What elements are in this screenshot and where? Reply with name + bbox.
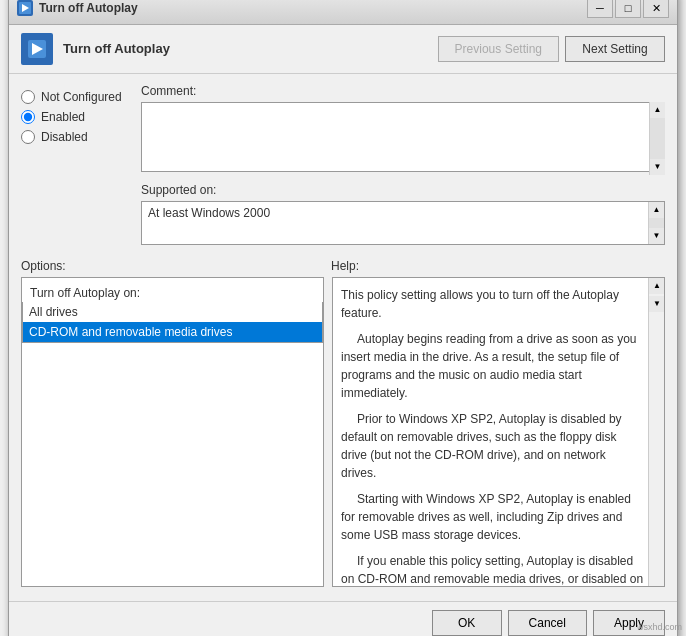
help-para-3: Starting with Windows XP SP2, Autoplay i… bbox=[341, 490, 644, 544]
supported-box: At least Windows 2000 ▲ ▼ bbox=[141, 201, 665, 245]
help-scroll-up[interactable]: ▲ bbox=[649, 278, 665, 294]
radio-enabled[interactable]: Enabled bbox=[21, 110, 141, 124]
title-bar: Turn off Autoplay ─ □ ✕ bbox=[9, 0, 677, 25]
options-inner-label: Turn off Autoplay on: bbox=[30, 286, 315, 300]
radio-not-configured[interactable]: Not Configured bbox=[21, 90, 141, 104]
help-para-1: Autoplay begins reading from a drive as … bbox=[341, 330, 644, 402]
dialog-footer: OK Cancel Apply bbox=[9, 601, 677, 637]
comment-label: Comment: bbox=[141, 84, 665, 98]
dropdown-item-cdrom[interactable]: CD-ROM and removable media drives bbox=[23, 322, 322, 342]
comment-section: Comment: ▲ ▼ bbox=[141, 84, 665, 175]
supported-scrollbar: ▲ ▼ bbox=[648, 202, 664, 244]
options-help-labels: Options: Help: bbox=[21, 259, 665, 273]
minimize-button[interactable]: ─ bbox=[587, 0, 613, 18]
dialog-header: Turn off Autoplay Previous Setting Next … bbox=[9, 25, 677, 74]
radio-disabled[interactable]: Disabled bbox=[21, 130, 141, 144]
help-panel: This policy setting allows you to turn o… bbox=[332, 277, 665, 587]
radio-group: Not Configured Enabled Disabled bbox=[21, 84, 141, 150]
header-buttons: Previous Setting Next Setting bbox=[438, 36, 665, 62]
comment-scrollbar: ▲ ▼ bbox=[649, 102, 665, 175]
comment-scroll-up[interactable]: ▲ bbox=[650, 102, 665, 118]
dialog-header-icon bbox=[21, 33, 53, 65]
radio-not-configured-input[interactable] bbox=[21, 90, 35, 104]
supported-scroll-up[interactable]: ▲ bbox=[649, 202, 664, 218]
supported-text: At least Windows 2000 bbox=[148, 206, 270, 220]
dropdown-list: All drives CD-ROM and removable media dr… bbox=[22, 302, 323, 343]
supported-label: Supported on: bbox=[141, 183, 665, 197]
maximize-button[interactable]: □ bbox=[615, 0, 641, 18]
options-section-label: Options: bbox=[21, 259, 331, 273]
help-scrollbar: ▲ ▼ bbox=[648, 278, 664, 586]
help-section-label: Help: bbox=[331, 259, 665, 273]
supported-section: Supported on: At least Windows 2000 ▲ ▼ bbox=[141, 183, 665, 245]
next-setting-button[interactable]: Next Setting bbox=[565, 36, 665, 62]
radio-enabled-label: Enabled bbox=[41, 110, 85, 124]
previous-setting-button[interactable]: Previous Setting bbox=[438, 36, 559, 62]
dropdown-item-all-drives[interactable]: All drives bbox=[23, 302, 322, 322]
cancel-button[interactable]: Cancel bbox=[508, 610, 587, 636]
help-para-2: Prior to Windows XP SP2, Autoplay is dis… bbox=[341, 410, 644, 482]
dialog-body: Not Configured Enabled Disabled Comment: bbox=[9, 74, 677, 597]
options-help-area: Turn off Autoplay on: All drives CD-ROM … bbox=[21, 277, 665, 587]
help-para-4: If you enable this policy setting, Autop… bbox=[341, 552, 644, 586]
help-scroll-down[interactable]: ▼ bbox=[649, 296, 665, 312]
options-panel: Turn off Autoplay on: All drives CD-ROM … bbox=[21, 277, 324, 587]
dialog-window: Turn off Autoplay ─ □ ✕ Turn off Autopla… bbox=[8, 0, 678, 636]
title-bar-text: Turn off Autoplay bbox=[39, 1, 587, 15]
title-bar-icon bbox=[17, 0, 33, 16]
comment-textarea[interactable] bbox=[141, 102, 665, 172]
close-button[interactable]: ✕ bbox=[643, 0, 669, 18]
comment-scroll-down[interactable]: ▼ bbox=[650, 159, 665, 175]
radio-not-configured-label: Not Configured bbox=[41, 90, 122, 104]
title-bar-controls: ─ □ ✕ bbox=[587, 0, 669, 18]
radio-disabled-input[interactable] bbox=[21, 130, 35, 144]
dialog-header-title: Turn off Autoplay bbox=[63, 41, 438, 56]
watermark: wsxhd.com bbox=[637, 622, 682, 632]
help-text-area: This policy setting allows you to turn o… bbox=[333, 278, 664, 586]
help-para-0: This policy setting allows you to turn o… bbox=[341, 286, 644, 322]
top-section: Not Configured Enabled Disabled Comment: bbox=[21, 84, 665, 253]
radio-disabled-label: Disabled bbox=[41, 130, 88, 144]
ok-button[interactable]: OK bbox=[432, 610, 502, 636]
radio-enabled-input[interactable] bbox=[21, 110, 35, 124]
supported-scroll-down[interactable]: ▼ bbox=[649, 228, 664, 244]
